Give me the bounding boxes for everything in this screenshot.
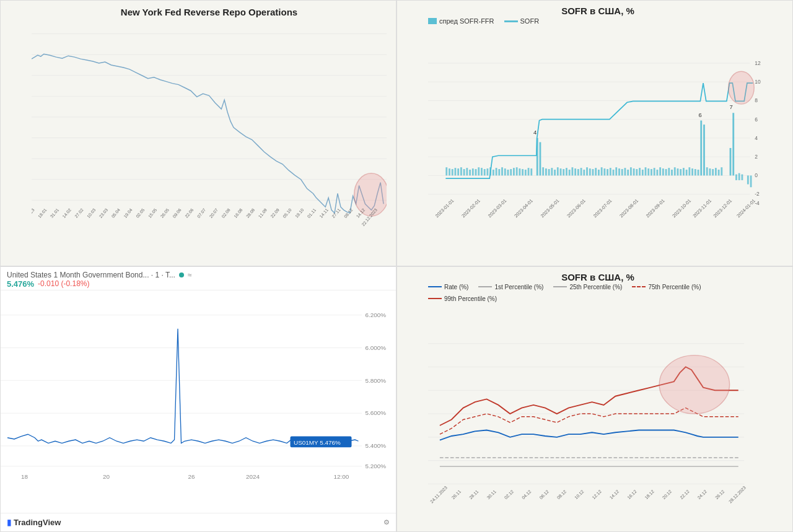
tv-status-dot <box>179 273 184 277</box>
repo-line <box>32 54 383 213</box>
svg-rect-161 <box>703 124 705 175</box>
svg-rect-99 <box>519 168 520 175</box>
svg-rect-172 <box>741 174 743 180</box>
svg-rect-103 <box>530 168 532 175</box>
svg-text:12:00: 12:00 <box>334 473 349 479</box>
legend-bar-item: спред SOFR-FFR <box>428 17 494 25</box>
svg-rect-119 <box>581 168 582 175</box>
tv-settings-icon[interactable]: ⚙ <box>383 518 390 526</box>
svg-text:01.11: 01.11 <box>307 207 317 219</box>
tv-footer: ▮ TradingView ⚙ <box>1 513 396 531</box>
tv-logo-icon: ▮ <box>7 518 11 527</box>
sofr-top-highlight <box>729 71 755 104</box>
sofr-bot-panel: SOFR в США, % Rate (%) 1st Percentile (%… <box>396 266 793 533</box>
tv-logo-area: ▮ TradingView <box>7 518 61 527</box>
svg-rect-144 <box>654 168 655 175</box>
annotation-6: 6 <box>699 111 702 118</box>
legend-p25-label: 25th Percentile (%) <box>569 284 622 290</box>
svg-text:02.05: 02.05 <box>135 207 146 219</box>
svg-text:18: 18 <box>21 473 28 479</box>
svg-rect-168 <box>730 148 732 175</box>
svg-rect-100 <box>522 169 524 175</box>
svg-rect-121 <box>586 167 588 175</box>
svg-text:31.01: 31.01 <box>50 207 60 219</box>
svg-rect-101 <box>525 170 527 175</box>
svg-rect-150 <box>671 170 673 175</box>
svg-rect-146 <box>659 167 661 175</box>
legend-p1: 1st Percentile (%) <box>478 284 543 290</box>
svg-rect-114 <box>566 168 567 175</box>
svg-text:26.05: 26.05 <box>160 207 170 219</box>
tv-price: 5.476% <box>7 279 34 289</box>
svg-rect-135 <box>627 170 629 175</box>
svg-rect-138 <box>636 169 637 175</box>
legend-p75: 75th Percentile (%) <box>632 284 701 290</box>
tradingview-panel: United States 1 Month Government Bond...… <box>0 266 396 533</box>
tv-line <box>7 328 359 443</box>
tv-change: -0.010 (-0.18%) <box>38 279 89 288</box>
svg-rect-105 <box>540 142 541 176</box>
repo-highlight <box>354 173 387 216</box>
svg-rect-174 <box>750 175 752 187</box>
svg-rect-97 <box>513 168 515 175</box>
svg-rect-139 <box>639 168 641 175</box>
svg-rect-147 <box>662 168 664 175</box>
svg-rect-163 <box>709 168 711 175</box>
svg-rect-134 <box>624 168 626 175</box>
svg-rect-145 <box>656 170 658 175</box>
svg-text:24.11.2023: 24.11.2023 <box>429 485 449 504</box>
annotation-4: 4 <box>533 129 537 136</box>
svg-text:14.02: 14.02 <box>62 207 72 219</box>
svg-text:05.10: 05.10 <box>282 207 292 219</box>
svg-text:4: 4 <box>755 135 758 141</box>
svg-text:27.02: 27.02 <box>74 207 84 219</box>
svg-rect-111 <box>557 167 559 175</box>
svg-rect-149 <box>668 168 670 175</box>
sofr-top-title: SOFR в США, % <box>428 6 768 16</box>
svg-text:02.12: 02.12 <box>504 489 515 500</box>
svg-text:2023-09-01: 2023-09-01 <box>645 198 666 219</box>
svg-rect-81 <box>466 168 468 175</box>
svg-text:2023-08-01: 2023-08-01 <box>618 198 639 219</box>
legend-p75-icon <box>632 286 646 287</box>
legend-p99-icon <box>428 298 442 299</box>
svg-text:08.12: 08.12 <box>343 207 354 219</box>
tv-logo-text: TradingView <box>14 518 61 527</box>
svg-text:22.09: 22.09 <box>269 207 280 219</box>
tv-price-text: US01MY 5.476% <box>294 438 341 445</box>
tv-chart-body: 6.200% 6.000% 5.800% 5.600% 5.400% 5.200… <box>1 290 396 497</box>
svg-text:22.06: 22.06 <box>184 207 195 219</box>
svg-rect-173 <box>747 175 749 184</box>
svg-text:10.03: 10.03 <box>86 207 97 219</box>
svg-text:26.11: 26.11 <box>451 489 462 500</box>
svg-rect-157 <box>691 168 693 175</box>
svg-rect-112 <box>560 168 562 175</box>
sofr-top-panel: SOFR в США, % спред SOFR-FFR SOFR 5.6 5.… <box>396 0 793 266</box>
svg-text:20.07: 20.07 <box>209 207 219 219</box>
svg-text:10.12: 10.12 <box>574 489 585 500</box>
legend-rate-icon <box>428 286 442 287</box>
svg-text:06.12: 06.12 <box>538 489 550 500</box>
svg-rect-143 <box>651 169 652 175</box>
svg-rect-156 <box>688 167 690 175</box>
svg-text:5.600%: 5.600% <box>366 409 387 416</box>
svg-rect-125 <box>598 170 600 175</box>
svg-text:14.12: 14.12 <box>609 489 620 500</box>
svg-rect-151 <box>674 167 676 175</box>
svg-rect-87 <box>484 169 486 175</box>
svg-rect-80 <box>463 169 465 175</box>
svg-text:2023-06-01: 2023-06-01 <box>566 198 587 219</box>
repo-x-axis: 04.01.2023 18.01 31.01 14.02 27.02 10.03… <box>32 207 378 227</box>
sofr-bot-legend: Rate (%) 1st Percentile (%) 25th Percent… <box>428 284 768 302</box>
svg-rect-74 <box>445 167 447 175</box>
svg-text:07.07: 07.07 <box>196 207 207 219</box>
svg-rect-83 <box>472 168 474 175</box>
svg-text:23.03: 23.03 <box>99 207 109 219</box>
svg-text:6.200%: 6.200% <box>366 312 387 318</box>
svg-rect-141 <box>645 167 647 175</box>
svg-rect-92 <box>498 169 500 175</box>
svg-text:2023-03-01: 2023-03-01 <box>487 198 508 219</box>
svg-text:2023-12-01: 2023-12-01 <box>712 198 734 219</box>
svg-rect-130 <box>613 170 615 175</box>
svg-text:08.12: 08.12 <box>556 489 567 500</box>
